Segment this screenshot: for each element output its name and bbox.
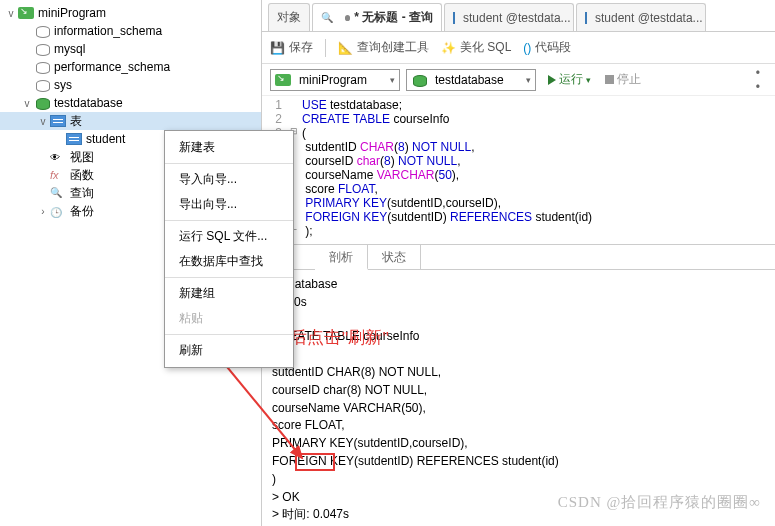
views-icon: 👁: [50, 152, 66, 163]
connection-icon: [275, 74, 291, 86]
tab-student-2[interactable]: student @testdata...: [576, 3, 706, 31]
tree-label: 视图: [70, 149, 94, 166]
ctx-export[interactable]: 导出向导...: [165, 192, 293, 217]
connection-icon: [18, 7, 34, 19]
context-menu: 新建表 导入向导... 导出向导... 运行 SQL 文件... 在数据库中查找…: [164, 130, 294, 368]
tree-label: 表: [70, 113, 82, 130]
table-icon: [585, 12, 587, 24]
separator: [165, 334, 293, 335]
tree-label: 查询: [70, 185, 94, 202]
ctx-new-group[interactable]: 新建组: [165, 281, 293, 306]
table-icon: [453, 12, 455, 24]
result-ok: > OK: [272, 490, 300, 504]
result-tabs: 信息 剖析 状态: [262, 244, 775, 270]
tree-label: student: [86, 132, 125, 146]
tree-tables[interactable]: v表: [0, 112, 261, 130]
database-select[interactable]: testdatabase▾: [406, 69, 536, 91]
query-icon: [50, 187, 66, 199]
chevron-down-icon: ▾: [390, 75, 395, 85]
query-toolbar: 💾保存 📐查询创建工具 ✨美化 SQL ()代码段: [262, 32, 775, 64]
ctx-find[interactable]: 在数据库中查找: [165, 249, 293, 274]
database-icon: [34, 43, 50, 55]
run-button[interactable]: 运行▾: [548, 71, 591, 88]
separator: [165, 163, 293, 164]
tab-query[interactable]: * 无标题 - 查询: [312, 3, 442, 31]
beautify-sql-button[interactable]: ✨美化 SQL: [441, 39, 511, 56]
tree-label: performance_schema: [54, 60, 170, 74]
result-tab-status[interactable]: 状态: [368, 245, 421, 269]
chevron-right-icon: ›: [36, 206, 50, 217]
table-icon: [66, 133, 82, 145]
tree-db[interactable]: performance_schema: [0, 58, 261, 76]
ctx-new-table[interactable]: 新建表: [165, 135, 293, 160]
ctx-import[interactable]: 导入向导...: [165, 167, 293, 192]
tab-student-1[interactable]: student @testdata...: [444, 3, 574, 31]
chevron-down-icon: v: [20, 98, 34, 109]
separator: [325, 39, 326, 57]
database-icon: [34, 79, 50, 91]
tree-root[interactable]: v miniProgram: [0, 4, 261, 22]
ctx-refresh[interactable]: 刷新: [165, 338, 293, 363]
query-icon: [321, 12, 337, 24]
tree-label: miniProgram: [38, 6, 106, 20]
tree-label: sys: [54, 78, 72, 92]
separator: [165, 220, 293, 221]
table-group-icon: [50, 115, 66, 127]
ctx-run-sql[interactable]: 运行 SQL 文件...: [165, 224, 293, 249]
code-snippet-button[interactable]: ()代码段: [523, 39, 571, 56]
tree-db-active[interactable]: vtestdatabase: [0, 94, 261, 112]
chevron-down-icon: ▾: [526, 75, 531, 85]
unsaved-dot-icon: [345, 15, 351, 21]
ctx-paste: 粘贴: [165, 306, 293, 331]
main-area: 对象 * 无标题 - 查询 student @testdata... stude…: [262, 0, 775, 526]
result-body: CREATE TABLE courseInfo ( sutdentID CHAR…: [272, 329, 559, 485]
database-active-icon: [34, 97, 50, 109]
backup-icon: [50, 205, 66, 217]
separator: [165, 277, 293, 278]
query-builder-button[interactable]: 📐查询创建工具: [338, 39, 429, 56]
tree-label: 函数: [70, 167, 94, 184]
result-time: > 时间: 0.047s: [272, 507, 349, 521]
connection-select[interactable]: miniProgram▾: [270, 69, 400, 91]
builder-icon: 📐: [338, 41, 353, 55]
chevron-down-icon: v: [36, 116, 50, 127]
selector-bar: miniProgram▾ testdatabase▾ 运行▾ 停止 ••: [262, 64, 775, 96]
result-panel: estdatabase 洞]: 0s CREATE TABLE courseIn…: [262, 270, 775, 526]
save-icon: 💾: [270, 41, 285, 55]
more-button[interactable]: ••: [756, 66, 767, 94]
function-icon: fx: [50, 169, 66, 181]
tree-db[interactable]: sys: [0, 76, 261, 94]
tab-objects[interactable]: 对象: [268, 3, 310, 31]
tree-label: information_schema: [54, 24, 162, 38]
watermark: CSDN @拾回程序猿的圈圈∞: [558, 493, 761, 512]
save-button[interactable]: 💾保存: [270, 39, 313, 56]
stop-button[interactable]: 停止: [605, 71, 641, 88]
parens-icon: (): [523, 41, 531, 55]
result-tab-profile[interactable]: 剖析: [315, 245, 368, 270]
database-icon: [34, 25, 50, 37]
sparkle-icon: ✨: [441, 41, 456, 55]
play-icon: [548, 75, 556, 85]
tree-db[interactable]: information_schema: [0, 22, 261, 40]
tree-label: 备份: [70, 203, 94, 220]
chevron-down-icon: v: [4, 8, 18, 19]
tree-label: testdatabase: [54, 96, 123, 110]
tree-db[interactable]: mysql: [0, 40, 261, 58]
tree-label: mysql: [54, 42, 85, 56]
database-icon: [411, 74, 427, 86]
database-icon: [34, 61, 50, 73]
chevron-down-icon: ▾: [586, 75, 591, 85]
sql-editor[interactable]: 1USE testdatabase; 2CREATE TABLE courseI…: [262, 96, 775, 240]
tab-bar: 对象 * 无标题 - 查询 student @testdata... stude…: [262, 0, 775, 32]
stop-icon: [605, 75, 614, 84]
